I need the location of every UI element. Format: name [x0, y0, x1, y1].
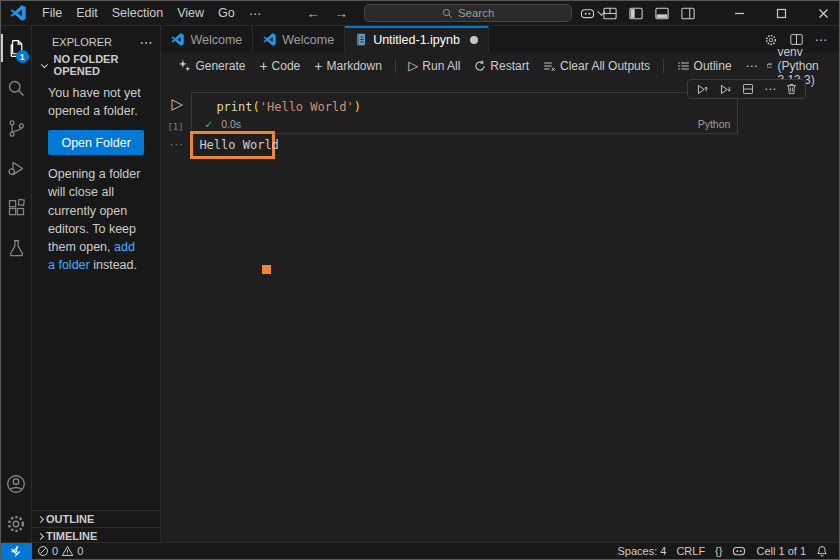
activity-search[interactable] — [1, 68, 32, 108]
indentation-indicator[interactable]: Spaces: 4 — [612, 543, 671, 559]
copilot-icon — [732, 545, 746, 557]
outline-list-icon — [677, 60, 690, 72]
cell-toolbar: ⋯ — [687, 79, 806, 99]
run-all-button[interactable]: ▷ Run All — [403, 56, 465, 75]
menu-file[interactable]: File — [35, 3, 69, 24]
output-options-button[interactable]: ··· — [169, 137, 184, 151]
menu-view[interactable]: View — [170, 3, 211, 24]
customize-layout-icon[interactable] — [603, 7, 617, 20]
warning-icon — [61, 545, 74, 557]
remote-indicator[interactable] — [1, 543, 32, 559]
no-folder-section-label: NO FOLDER OPENED — [54, 53, 157, 77]
outline-section-header[interactable]: OUTLINE — [32, 510, 160, 527]
chevron-right-icon — [37, 532, 44, 539]
language-mode-indicator[interactable]: {} — [710, 543, 727, 559]
remote-icon — [10, 545, 23, 558]
toggle-secondary-sidebar-icon[interactable] — [681, 7, 695, 20]
plus-icon: + — [259, 58, 267, 74]
menu-selection[interactable]: Selection — [105, 3, 170, 24]
account-icon — [5, 473, 27, 495]
eol-indicator[interactable]: CRLF — [671, 543, 710, 559]
activity-extensions[interactable] — [1, 188, 32, 228]
activity-testing[interactable] — [1, 228, 32, 268]
toggle-panel-icon[interactable] — [655, 7, 669, 20]
generate-button[interactable]: Generate — [173, 57, 250, 75]
outline-button[interactable]: Outline — [672, 57, 737, 75]
notebook-file-icon — [355, 33, 367, 46]
flask-icon — [6, 238, 27, 259]
clear-all-outputs-button[interactable]: Clear All Outputs — [538, 57, 655, 75]
gear-icon — [5, 513, 27, 535]
open-folder-button[interactable]: Open Folder — [48, 130, 144, 155]
tab-untitled-notebook[interactable]: Untitled-1.ipynb — [345, 26, 489, 53]
notebook-body: ▷ [1] print('Hello World') ✓ 0.0s Python… — [161, 78, 839, 544]
maximize-button[interactable] — [767, 1, 795, 25]
success-check-icon: ✓ — [204, 118, 213, 130]
menu-go[interactable]: Go — [211, 3, 242, 24]
editor-area: Welcome Welcome Untitled-1.ipynb ⋯ — [161, 26, 839, 544]
open-folder-note: Opening a folder will close all currentl… — [48, 165, 144, 274]
tab-welcome-2[interactable]: Welcome — [253, 26, 345, 53]
kernel-environment-icon — [767, 59, 773, 72]
empty-folder-message: You have not yet opened a folder. — [48, 84, 144, 120]
add-code-cell-button[interactable]: + Code — [254, 56, 305, 76]
error-icon — [37, 545, 49, 557]
restart-button[interactable]: Restart — [469, 57, 534, 75]
tab-welcome-1[interactable]: Welcome — [161, 26, 253, 53]
execute-below-icon[interactable] — [719, 83, 732, 96]
copilot-icon — [580, 7, 595, 20]
notifications-button[interactable] — [811, 543, 833, 559]
title-bar: File Edit Selection View Go ⋯ ← → Search — [1, 1, 839, 26]
cell-language-label[interactable]: Python — [698, 118, 731, 130]
tab-label: Welcome — [282, 33, 334, 47]
execution-count: [1] — [167, 122, 183, 132]
close-button[interactable] — [809, 1, 837, 25]
error-count: 0 — [52, 545, 58, 557]
chevron-right-icon — [37, 515, 44, 522]
activity-explorer[interactable]: 1 — [1, 28, 32, 68]
cell-code-line[interactable]: print('Hello World') — [192, 93, 737, 114]
run-cell-button[interactable]: ▷ — [171, 95, 183, 113]
tab-label: Untitled-1.ipynb — [373, 33, 460, 47]
history-forward-icon[interactable]: → — [334, 5, 348, 21]
copilot-menu[interactable] — [580, 7, 603, 20]
status-bar: 0 0 Spaces: 4 CRLF {} Cell 1 of 1 — [1, 542, 839, 559]
history-back-icon[interactable]: ← — [306, 5, 320, 21]
cell-more-actions[interactable]: ⋯ — [764, 82, 776, 96]
source-control-icon — [6, 118, 27, 139]
command-center-search[interactable]: Search — [364, 4, 572, 22]
split-cell-icon[interactable] — [742, 83, 754, 95]
activity-source-control[interactable] — [1, 108, 32, 148]
activity-run-debug[interactable] — [1, 148, 32, 188]
outline-label: OUTLINE — [46, 513, 94, 525]
cell-position-indicator[interactable]: Cell 1 of 1 — [751, 543, 811, 559]
delete-cell-icon[interactable] — [786, 83, 797, 95]
activity-bar: 1 — [1, 26, 32, 544]
settings-button[interactable] — [1, 504, 32, 544]
dirty-indicator-icon[interactable] — [470, 36, 478, 44]
search-placeholder: Search — [458, 7, 494, 19]
account-button[interactable] — [1, 464, 32, 504]
menu-edit[interactable]: Edit — [69, 3, 105, 24]
run-icon: ▷ — [408, 58, 418, 73]
toolbar-more-actions[interactable]: ⋯ — [741, 57, 763, 75]
problems-indicator[interactable]: 0 0 — [32, 543, 88, 559]
execute-above-icon[interactable] — [696, 83, 709, 96]
vscode-logo-icon — [10, 5, 26, 21]
chevron-down-icon — [41, 61, 48, 68]
explorer-sidebar: EXPLORER ⋯ NO FOLDER OPENED You have not… — [32, 26, 161, 544]
minimize-button[interactable] — [725, 1, 753, 25]
bell-icon — [816, 545, 828, 557]
toggle-primary-sidebar-icon[interactable] — [629, 7, 643, 20]
menu-more[interactable]: ⋯ — [242, 3, 269, 24]
code-cell[interactable]: print('Hello World') ✓ 0.0s Python — [191, 92, 738, 134]
add-markdown-cell-button[interactable]: + Markdown — [309, 56, 387, 76]
note-text-end: instead. — [90, 258, 137, 272]
notebook-toolbar: Generate + Code + Markdown ▷ Run All R — [161, 53, 839, 78]
annotation-marker — [262, 265, 271, 274]
explorer-more-actions[interactable]: ⋯ — [139, 35, 152, 50]
debug-icon — [6, 158, 27, 179]
no-folder-section-header[interactable]: NO FOLDER OPENED — [32, 54, 160, 76]
copilot-status[interactable] — [727, 543, 751, 559]
sparkle-icon — [178, 59, 191, 72]
